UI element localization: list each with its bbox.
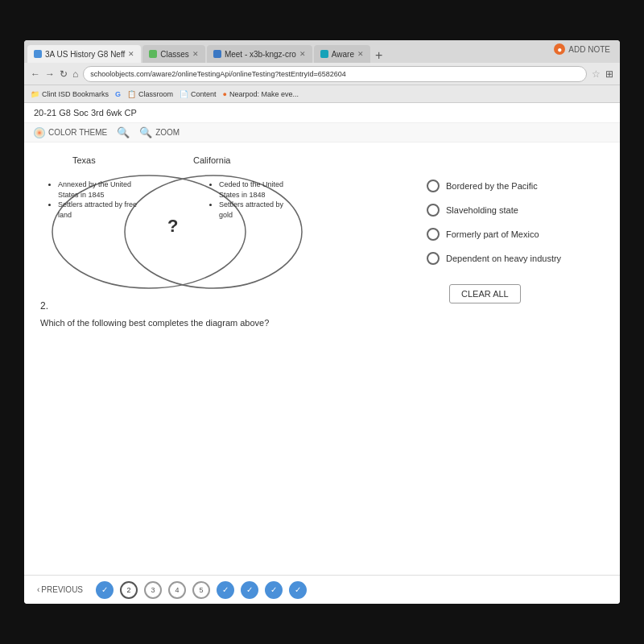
page-8[interactable]: 8 — [265, 581, 283, 599]
question-text: Which of the following best completes th… — [40, 318, 411, 328]
texas-item-2: Settlers attracted by free land — [58, 200, 145, 220]
page-content: 20-21 G8 Soc 3rd 6wk CP COLOR THEME 🔍 🔍 … — [24, 103, 620, 581]
bookmark-clint-isd[interactable]: 📁 Clint ISD Bookmarks — [31, 90, 109, 98]
answer-option-3[interactable]: Formerly part of Mexico — [427, 228, 604, 241]
tab-close-aware[interactable]: ✕ — [357, 50, 364, 58]
tab-meet[interactable]: Meet - x3b-kngz-cro ✕ — [207, 45, 312, 63]
browser-tabs: 3A US History G8 Neff ✕ Classes ✕ Meet -… — [24, 40, 620, 63]
previous-button[interactable]: ‹ PREVIOUS — [37, 585, 83, 594]
venn-section: Texas California Annexed by the United S… — [40, 155, 411, 328]
page-6[interactable]: 6 — [217, 581, 234, 599]
tab-icon-history — [34, 50, 42, 58]
answer-option-2[interactable]: Slaveholding state — [427, 204, 604, 217]
page-9[interactable]: 9 — [289, 581, 307, 599]
new-tab-button[interactable]: + — [375, 48, 382, 63]
tab-us-history[interactable]: 3A US History G8 Neff ✕ — [27, 45, 141, 63]
page-3[interactable]: 3 — [144, 581, 162, 599]
tab-aware[interactable]: Aware ✕ — [314, 45, 370, 63]
page-4[interactable]: 4 — [168, 581, 186, 599]
answer-text-1: Bordered by the Pacific — [446, 181, 538, 191]
bookmark-g[interactable]: G — [115, 90, 121, 98]
tab-close-meet[interactable]: ✕ — [299, 50, 306, 58]
bookmark-content[interactable]: 📄 Content — [180, 90, 217, 98]
zoom-minus-icon: 🔍 — [117, 126, 130, 138]
forward-button[interactable]: → — [45, 68, 55, 80]
radio-3[interactable] — [427, 228, 440, 241]
zoom-out-button[interactable]: 🔍 — [117, 126, 130, 138]
color-theme-icon — [34, 127, 45, 138]
venn-diagram: Texas California Annexed by the United S… — [40, 155, 314, 300]
zoom-plus-icon: 🔍 — [139, 126, 152, 138]
question-number: 2. — [40, 300, 411, 312]
zoom-in-button[interactable]: 🔍 ZOOM — [139, 126, 180, 138]
tab-icon-meet — [213, 50, 221, 58]
radio-4[interactable] — [427, 252, 440, 265]
bookmark-star[interactable]: ☆ — [592, 68, 601, 80]
texas-content: Annexed by the United States in 1845 Set… — [48, 180, 145, 220]
radio-1[interactable] — [427, 180, 440, 192]
page-title: 20-21 G8 Soc 3rd 6wk CP — [34, 108, 137, 118]
venn-center-symbol: ? — [167, 216, 178, 237]
address-bar-row: ← → ↻ ⌂ schoolobjects.com/aware2/onlineT… — [24, 63, 620, 85]
tab-icon-classes — [149, 50, 157, 58]
tab-close-classes[interactable]: ✕ — [192, 50, 199, 58]
page-7[interactable]: 7 — [241, 581, 258, 599]
address-input[interactable]: schoolobjects.com/aware2/onlineTestingAp… — [83, 66, 587, 82]
page-2[interactable]: 2 — [120, 581, 138, 599]
answer-option-4[interactable]: Dependent on heavy industry — [427, 252, 604, 265]
radio-2[interactable] — [427, 204, 440, 217]
extensions-icon[interactable]: ⊞ — [605, 68, 613, 80]
answer-text-3: Formerly part of Mexico — [446, 229, 539, 239]
answer-text-4: Dependent on heavy industry — [446, 254, 561, 263]
page-1[interactable]: 1 — [96, 581, 114, 599]
texas-item-1: Annexed by the United States in 1845 — [58, 180, 145, 200]
bookmarks-bar: 📁 Clint ISD Bookmarks G 📋 Classroom 📄 Co… — [24, 85, 620, 103]
california-item-1: Ceded to the United States in 1848 — [219, 180, 298, 200]
venn-label-texas: Texas — [72, 155, 96, 165]
bottom-navigation: ‹ PREVIOUS 1 2 3 4 5 6 7 8 9 — [24, 575, 620, 604]
clear-all-button[interactable]: CLEAR ALL — [449, 284, 521, 303]
bookmark-nearpod[interactable]: ● Nearpod: Make eve... — [223, 90, 299, 98]
toolbar: COLOR THEME 🔍 🔍 ZOOM ● ADD NOTE — [24, 123, 620, 142]
back-button[interactable]: ← — [31, 68, 40, 80]
tab-icon-aware — [320, 50, 328, 58]
answers-section: Bordered by the Pacific Slaveholding sta… — [427, 155, 604, 328]
refresh-button[interactable]: ↻ — [60, 68, 68, 80]
california-item-2: Settlers attracted by gold — [219, 200, 298, 220]
bookmark-classroom[interactable]: 📋 Classroom — [127, 90, 173, 98]
answer-option-1[interactable]: Bordered by the Pacific — [427, 180, 604, 192]
browser-window: 3A US History G8 Neff ✕ Classes ✕ Meet -… — [24, 40, 620, 604]
chevron-left-icon: ‹ — [37, 585, 39, 594]
venn-label-california: California — [193, 155, 230, 165]
answer-text-2: Slaveholding state — [446, 205, 518, 215]
page-5[interactable]: 5 — [192, 581, 210, 599]
question-area: Texas California Annexed by the United S… — [24, 142, 620, 341]
home-button[interactable]: ⌂ — [72, 68, 78, 80]
tab-close-history[interactable]: ✕ — [128, 50, 134, 58]
california-content: Ceded to the United States in 1848 Settl… — [209, 180, 298, 220]
page-header: 20-21 G8 Soc 3rd 6wk CP — [24, 103, 620, 123]
tab-classes[interactable]: Classes ✕ — [142, 45, 205, 63]
color-theme-button[interactable]: COLOR THEME — [34, 127, 107, 138]
